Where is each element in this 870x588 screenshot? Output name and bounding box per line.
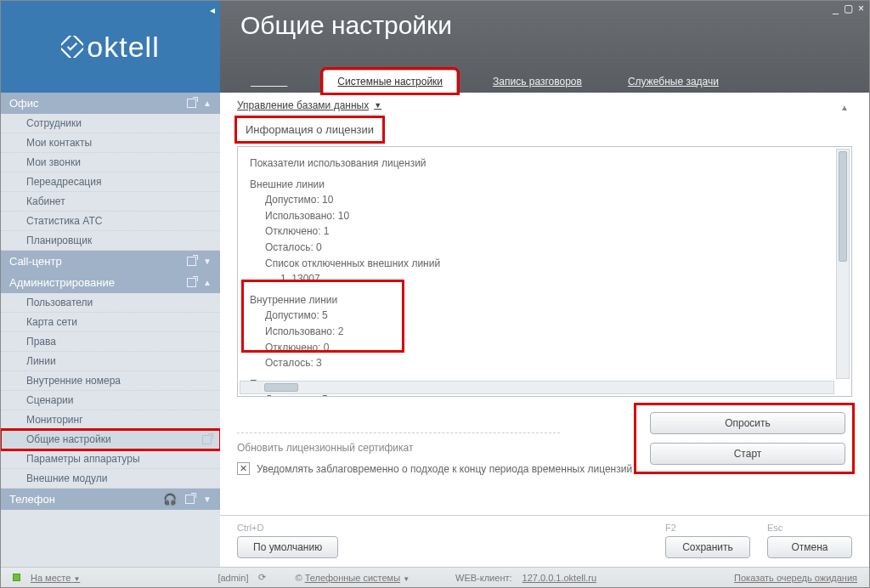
update-cert-label: Обновить лицензионный сертификат [237, 438, 414, 454]
popout-icon [187, 278, 196, 287]
breadcrumb[interactable]: Управление базами данных▼ [237, 99, 852, 111]
notify-label: Уведомлять заблаговременно о подходе к к… [257, 463, 632, 475]
status-vendor-link[interactable]: Телефонные системы [305, 573, 400, 583]
sidebar-item-внешние-модули[interactable]: Внешние модули [1, 469, 220, 489]
vertical-scrollbar[interactable] [836, 149, 850, 379]
popout-icon [185, 495, 195, 504]
ext-left: Осталось: 0 [250, 240, 839, 256]
sidebar-item-мои-звонки[interactable]: Мои звонки [1, 153, 220, 172]
int-left: Осталось: 3 [250, 355, 839, 371]
section-collapse-icon[interactable]: ▲ [840, 103, 849, 112]
logo-check-icon [61, 36, 83, 58]
window-controls: _ ▢ × [833, 3, 864, 14]
ext-list-item: 1. 13007 [250, 271, 839, 287]
sidebar-item-права[interactable]: Права [1, 332, 220, 352]
int-off: Отключено: 0 [250, 340, 839, 356]
presence-indicator-icon [13, 574, 20, 581]
sidebar-item-общие-настройки[interactable]: Общие настройки [1, 430, 220, 449]
ext-lines-title: Внешние линии [250, 177, 839, 193]
notify-checkbox[interactable]: ✕ [237, 462, 250, 475]
status-bar: На месте ▼ [admin] ⟳ © Телефонные систем… [1, 567, 869, 587]
presence-menu[interactable]: На месте ▼ [31, 573, 80, 583]
tab-first[interactable] [240, 71, 297, 93]
sidebar-group-admin[interactable]: Администрирование▲ [1, 272, 220, 293]
ext-list-hdr: Список отключенных внешних линий [250, 256, 839, 272]
save-button[interactable]: Сохранить [665, 536, 750, 558]
int-allowed: Допустимо: 5 [250, 308, 839, 324]
chevron-icon: ▲ [203, 278, 212, 287]
sidebar-item-внутренние-номера[interactable]: Внутренние номера [1, 371, 220, 391]
sidebar-item-мониторинг[interactable]: Мониторинг [1, 410, 220, 430]
shortcut-save: F2 [665, 523, 750, 533]
sidebar-item-сотрудники[interactable]: Сотрудники [1, 114, 220, 133]
ext-off: Отключено: 1 [250, 223, 839, 240]
headset-icon: 🎧 [163, 493, 177, 506]
sidebar-item-пользователи[interactable]: Пользователи [1, 293, 220, 313]
sidebar-collapse-icon[interactable]: ◂ [210, 4, 215, 16]
chevron-icon: ▼ [203, 257, 212, 266]
horizontal-scrollbar[interactable] [240, 381, 834, 394]
maximize-button[interactable]: ▢ [844, 3, 853, 14]
footer-actions: Ctrl+D По умолчанию F2 Сохранить Esc Отм… [220, 515, 869, 567]
license-info-pane: Показатели использования лицензий Внешни… [237, 146, 852, 397]
ext-used: Использовано: 10 [250, 208, 839, 224]
chevron-icon: ▲ [203, 99, 212, 108]
tab-запись-разговоров[interactable]: Запись разговоров [483, 71, 592, 93]
chevron-icon: ▼ [203, 495, 212, 504]
tab-системные-настройки[interactable]: Системные настройки [323, 70, 457, 93]
sidebar-group-office[interactable]: Офис▲ [1, 93, 220, 114]
sidebar-item-линии[interactable]: Линии [1, 352, 220, 371]
sidebar-item-статистика-атс[interactable]: Статистика АТС [1, 212, 220, 231]
cancel-button[interactable]: Отмена [767, 536, 852, 558]
status-queue-link[interactable]: Показать очередь ожидания [734, 573, 857, 583]
sidebar-item-планировщик[interactable]: Планировщик [1, 231, 220, 251]
app-logo: oktell [61, 31, 159, 64]
int-used: Использовано: 2 [250, 324, 839, 340]
shortcut-cancel: Esc [767, 523, 852, 533]
status-refresh-icon[interactable]: ⟳ [258, 572, 266, 583]
popout-icon [202, 435, 212, 444]
tab-служебные-задачи[interactable]: Служебные задачи [618, 71, 729, 93]
section-title: Информация о лицензии [237, 118, 382, 141]
page-header: Общие настройки Системные настройкиЗапис… [220, 1, 869, 93]
poll-button[interactable]: Опросить [650, 412, 845, 434]
sidebar-item-карта-сети[interactable]: Карта сети [1, 313, 220, 332]
ext-allowed: Допустимо: 10 [250, 192, 839, 208]
default-button[interactable]: По умолчанию [237, 536, 338, 558]
license-heading: Показатели использования лицензий [250, 155, 839, 172]
shortcut-default: Ctrl+D [237, 523, 338, 533]
close-button[interactable]: × [858, 3, 864, 14]
int-lines-title: Внутренние линии [250, 292, 839, 308]
status-user: [admin] [218, 573, 248, 583]
page-title: Общие настройки [240, 11, 849, 40]
popout-icon [187, 99, 196, 108]
sidebar-group-callcenter[interactable]: Call-центр▼ [1, 251, 220, 272]
sidebar-group-phone[interactable]: Телефон🎧▼ [1, 489, 220, 510]
status-web-label: WEB-клиент: [455, 573, 512, 583]
status-web-url[interactable]: 127.0.0.1.oktell.ru [523, 573, 596, 583]
sidebar-item-кабинет[interactable]: Кабинет [1, 192, 220, 212]
sidebar: ◂ oktell Офис▲СотрудникиМои контактыМои … [1, 1, 220, 567]
sidebar-item-параметры-аппаратуры[interactable]: Параметры аппаратуры [1, 449, 220, 469]
minimize-button[interactable]: _ [833, 3, 839, 14]
main-area: Общие настройки Системные настройкиЗапис… [220, 1, 869, 567]
logo-area: ◂ oktell [1, 1, 220, 93]
sidebar-item-мои-контакты[interactable]: Мои контакты [1, 133, 220, 153]
sidebar-item-сценарии[interactable]: Сценарии [1, 391, 220, 410]
popout-icon [187, 257, 196, 266]
sidebar-item-переадресация[interactable]: Переадресация [1, 172, 220, 192]
